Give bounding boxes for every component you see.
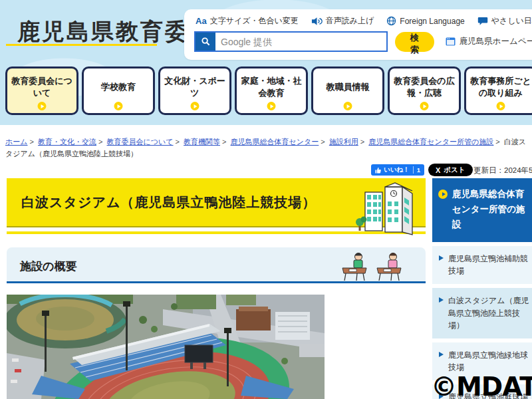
arrow-circle-icon <box>191 102 200 110</box>
page-title: 白波スタジアム（鹿児島県立鴨池陸上競技場） <box>7 194 316 211</box>
nav-item-pr[interactable]: 教育委員会の広報・広聴 <box>388 66 461 115</box>
text-size-link[interactable]: 文字サイズ・色合い変更 <box>196 15 299 27</box>
read-aloud-label: 音声読み上げ <box>326 15 374 27</box>
nav-label: 教育事務所ごとの取り組み <box>469 75 532 98</box>
globe-icon <box>386 16 396 26</box>
stadium-aerial-photo <box>7 295 325 399</box>
sidebar-item-label: 白波スタジアム（鹿児島県立鴨池陸上競技場） <box>448 296 529 330</box>
building-illustration <box>354 182 418 240</box>
sidebar-item-label: 鹿児島県立鴨池緑地球技場 <box>448 350 528 372</box>
page: 鹿児島県教育委員会 文字サイズ・色合い変更 音声読み上げ <box>0 0 532 399</box>
breadcrumb-link[interactable]: 鹿児島県総合体育センター <box>231 138 319 146</box>
breadcrumb-separator: > <box>98 138 102 146</box>
like-label: いいね！ <box>384 166 410 174</box>
nav-label: 教育委員会の広報・広聴 <box>393 75 456 98</box>
easy-japanese-link[interactable]: やさしい日本語 <box>477 15 532 27</box>
nav-item-staff-info[interactable]: 教職員情報 <box>311 66 384 115</box>
easy-japanese-label: やさしい日本語 <box>491 15 532 27</box>
breadcrumb-link[interactable]: 教育機関等 <box>184 138 220 146</box>
nav-label: 教職員情報 <box>327 81 370 93</box>
nav-label: 学校教育 <box>101 81 136 93</box>
utility-panel: 文字サイズ・色合い変更 音声読み上げ Foreign Language <box>184 9 532 60</box>
text-size-label: 文字サイズ・色合い変更 <box>210 15 299 27</box>
speaker-icon <box>311 17 323 26</box>
search-input[interactable] <box>215 33 386 51</box>
title-underline <box>6 44 157 46</box>
read-aloud-link[interactable]: 音声読み上げ <box>311 15 374 27</box>
thumbs-up-icon <box>375 167 381 174</box>
triangle-bullet-icon <box>439 352 444 357</box>
sidebar-item-hojo-track[interactable]: 鹿児島県立鴨池補助競技場 <box>432 246 532 284</box>
arrow-circle-icon <box>438 190 448 199</box>
arrow-circle-icon <box>497 102 505 110</box>
site-header: 鹿児島県教育委員会 文字サイズ・色合い変更 音声読み上げ <box>0 0 532 125</box>
triangle-bullet-icon <box>439 297 444 303</box>
search-button[interactable]: 検索 <box>395 32 434 52</box>
breadcrumb-link[interactable]: 鹿児島県総合体育センター所管の施設 <box>368 138 493 146</box>
sidebar-heading-label: 鹿児島県総合体育センター所管の施設 <box>452 189 525 229</box>
breadcrumb: ホーム> 教育・文化・交流> 教育委員会について> 教育機関等> 鹿児島県総合体… <box>5 136 529 160</box>
breadcrumb-separator: > <box>222 138 226 146</box>
breadcrumb-separator: > <box>495 138 499 146</box>
breadcrumb-link[interactable]: 施設利用 <box>329 138 358 146</box>
breadcrumb-separator: > <box>321 138 325 146</box>
arrow-circle-icon <box>38 102 47 110</box>
nav-item-school-education[interactable]: 学校教育 <box>82 66 155 115</box>
nav-item-home-community[interactable]: 家庭・地域・社会教育 <box>235 66 308 115</box>
arrow-circle-icon <box>114 102 123 110</box>
foreign-language-link[interactable]: Foreign Language <box>386 16 464 26</box>
search-row: 検索 鹿児島県ホームページ <box>184 27 532 52</box>
updated-date: 更新日：2024年5月1日 <box>473 166 532 176</box>
sidebar-heading[interactable]: 鹿児島県総合体育センター所管の施設 <box>432 178 532 242</box>
sidebar: 鹿児島県総合体育センター所管の施設 鹿児島県立鴨池補助競技場 白波スタジアム（鹿… <box>432 178 532 399</box>
arrow-circle-icon <box>344 102 352 110</box>
breadcrumb-separator: > <box>176 138 180 146</box>
triangle-bullet-icon <box>439 255 444 261</box>
nav-label: 教育委員会について <box>11 75 73 98</box>
breadcrumb-link[interactable]: 教育委員会について <box>107 138 174 146</box>
text-size-icon <box>196 16 207 26</box>
like-count: 1 <box>413 166 420 174</box>
pref-home-link[interactable]: 鹿児島県ホームページ <box>446 36 532 47</box>
browser-icon <box>446 37 456 46</box>
search-icon[interactable] <box>196 33 215 51</box>
arrow-circle-icon <box>420 102 429 110</box>
arrow-circle-icon <box>267 102 276 110</box>
facebook-like-button[interactable]: いいね！ 1 <box>371 164 424 176</box>
pref-home-label: 鹿児島県ホームページ <box>460 36 532 47</box>
utility-row: 文字サイズ・色合い変更 音声読み上げ Foreign Language <box>184 9 532 27</box>
overview-section-header: 施設の概要 <box>7 247 426 283</box>
nav-label: 文化財・スポーツ <box>164 75 226 98</box>
nav-item-office-initiatives[interactable]: 教育事務所ごとの取り組み <box>464 66 532 115</box>
breadcrumb-link[interactable]: 教育・文化・交流 <box>38 138 96 146</box>
breadcrumb-separator: > <box>360 138 364 146</box>
foreign-language-label: Foreign Language <box>400 17 464 26</box>
students-illustration <box>340 251 403 281</box>
sidebar-item-label: 鹿児島県立鴨池補助競技場 <box>448 254 528 276</box>
breadcrumb-separator: > <box>30 138 34 146</box>
nav-item-culture-sports[interactable]: 文化財・スポーツ <box>158 66 231 115</box>
nav-label: 家庭・地域・社会教育 <box>240 75 303 98</box>
post-label: ポスト <box>444 166 465 175</box>
watermark: ©MDATA <box>431 372 532 399</box>
x-logo-icon: X <box>436 166 440 174</box>
main-nav: 教育委員会について 学校教育 文化財・スポーツ 家庭・地域・社会教育 教職員情報… <box>5 66 532 115</box>
breadcrumb-link-home[interactable]: ホーム <box>5 138 28 146</box>
nav-item-about-board[interactable]: 教育委員会について <box>5 66 78 115</box>
search-box <box>194 31 388 52</box>
x-post-button[interactable]: X ポスト <box>428 164 473 176</box>
page-title-banner: 白波スタジアム（鹿児島県立鴨池陸上競技場） <box>7 178 426 227</box>
sidebar-item-shiranami-stadium[interactable]: 白波スタジアム（鹿児島県立鴨池陸上競技場） <box>432 288 532 338</box>
speech-bubble-icon <box>477 17 488 26</box>
